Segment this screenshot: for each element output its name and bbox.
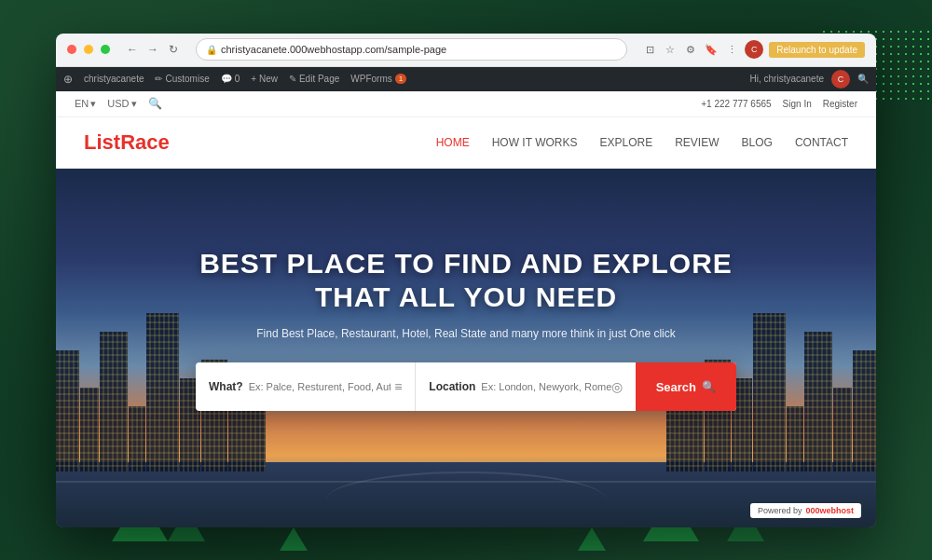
bookmark-icon[interactable]: 🔖	[704, 42, 719, 57]
reload-button[interactable]: ↻	[166, 42, 181, 57]
wpforms-badge: 1	[395, 74, 406, 84]
search-button-label: Search	[656, 380, 696, 394]
wp-wpforms[interactable]: WPForms 1	[350, 74, 406, 84]
browser-navigation: ← → ↻	[125, 42, 181, 57]
filter-list-icon[interactable]: ≡	[394, 379, 402, 394]
wp-logo-item[interactable]: ⊕	[63, 73, 73, 86]
utility-left: EN ▾ USD ▾ 🔍	[75, 97, 162, 110]
powered-by-label: Powered by	[758, 506, 802, 515]
building	[853, 350, 876, 471]
edit-label: Edit Page	[299, 74, 339, 84]
utility-right: +1 222 777 6565 Sign In Register	[701, 99, 857, 109]
wp-customise[interactable]: ✏ Customise	[155, 74, 209, 84]
triangle-decoration	[578, 527, 606, 551]
language-selector[interactable]: EN ▾	[75, 98, 96, 110]
url-bar[interactable]: 🔒 christyacanete.000webhostapp.com/sampl…	[196, 38, 627, 61]
customise-label: Customise	[165, 74, 209, 84]
new-label: + New	[251, 74, 278, 84]
what-input[interactable]	[249, 381, 391, 392]
search-icon[interactable]: 🔍	[148, 97, 162, 110]
site-logo[interactable]: ListRace	[84, 130, 170, 155]
browser-actions: ⊡ ☆ ⚙ 🔖 ⋮ C Relaunch to update	[642, 40, 865, 59]
comment-icon: 💬	[221, 74, 232, 84]
wp-search[interactable]: 🔍	[857, 74, 869, 84]
location-input[interactable]	[481, 381, 610, 392]
wp-new[interactable]: + New	[251, 74, 278, 84]
hero-title: BEST PLACE TO FIND AND EXPLORE THAT ALL …	[196, 247, 736, 314]
nav-link-explore[interactable]: EXPLORE	[599, 136, 652, 149]
wp-avatar[interactable]: C	[831, 70, 850, 89]
sign-in-link[interactable]: Sign In	[783, 99, 812, 109]
building	[804, 332, 832, 471]
main-nav-links: HOME HOW IT WORKS EXPLORE REVIEW BLOG CO…	[436, 136, 848, 149]
triangle-decoration	[280, 527, 308, 551]
nav-link-blog[interactable]: BLOG	[742, 136, 773, 149]
building	[80, 388, 99, 471]
phone-number: +1 222 777 6565	[701, 99, 771, 109]
wpforms-label: WPForms	[350, 74, 391, 84]
lang-chevron-icon: ▾	[90, 98, 96, 110]
relaunch-button[interactable]: Relaunch to update	[769, 42, 865, 58]
building	[753, 313, 786, 471]
building	[100, 332, 128, 471]
browser-chrome: ← → ↻ 🔒 christyacanete.000webhostapp.com…	[56, 34, 876, 67]
powered-by-brand: 000webhost	[805, 506, 854, 515]
forward-button[interactable]: →	[145, 42, 160, 57]
building	[56, 350, 79, 471]
maximize-button[interactable]	[101, 45, 110, 54]
currency-selector[interactable]: USD ▾	[107, 98, 136, 110]
hero-content: BEST PLACE TO FIND AND EXPLORE THAT ALL …	[177, 228, 755, 430]
browser-window: ← → ↻ 🔒 christyacanete.000webhostapp.com…	[56, 34, 876, 527]
building	[146, 313, 179, 471]
logo-accent: Race	[120, 130, 170, 154]
nav-link-how-it-works[interactable]: HOW IT WORKS	[492, 136, 578, 149]
back-button[interactable]: ←	[125, 42, 140, 57]
search-what-section: What? ≡	[196, 362, 416, 411]
hero-title-line1: BEST PLACE TO FIND AND EXPLORE	[199, 248, 733, 279]
nav-link-home[interactable]: HOME	[436, 136, 470, 149]
nav-link-contact[interactable]: CONTACT	[795, 136, 848, 149]
search-bar: What? ≡ Location ◎ Search 🔍	[196, 362, 736, 411]
hero-section: BEST PLACE TO FIND AND EXPLORE THAT ALL …	[56, 169, 876, 527]
what-label: What?	[209, 380, 243, 393]
wp-edit-page[interactable]: ✎ Edit Page	[289, 74, 339, 84]
building	[787, 406, 803, 471]
edit-icon: ✎	[289, 74, 296, 84]
search-location-section: Location ◎	[416, 362, 635, 411]
search-button[interactable]: Search 🔍	[636, 362, 736, 411]
utility-bar: EN ▾ USD ▾ 🔍 +1 222 777 6565 Sign In Reg…	[56, 91, 876, 117]
wp-comments[interactable]: 💬 0	[221, 74, 240, 84]
road-curve	[326, 471, 606, 527]
wp-site-name[interactable]: christyacanete	[84, 74, 144, 84]
close-button[interactable]	[67, 45, 76, 54]
wp-greeting: Hi, christyacanete	[750, 74, 824, 84]
search-button-icon: 🔍	[702, 380, 716, 393]
building	[833, 388, 852, 471]
main-nav: ListRace HOME HOW IT WORKS EXPLORE REVIE…	[56, 117, 876, 169]
puzzle-icon[interactable]: ⚙	[683, 42, 698, 57]
wp-site-label: christyacanete	[84, 74, 144, 84]
location-label: Location	[429, 380, 475, 393]
nav-link-review[interactable]: REVIEW	[675, 136, 719, 149]
currency-chevron-icon: ▾	[131, 98, 137, 110]
lock-icon: 🔒	[206, 45, 217, 55]
wp-admin-bar: ⊕ christyacanete ✏ Customise 💬 0 + New ✎…	[56, 67, 876, 91]
url-text: christyacanete.000webhostapp.com/sample-…	[221, 44, 446, 55]
customise-icon: ✏	[155, 74, 162, 84]
building	[129, 406, 145, 471]
star-icon[interactable]: ☆	[663, 42, 678, 57]
wordpress-icon: ⊕	[63, 73, 73, 86]
site-content: EN ▾ USD ▾ 🔍 +1 222 777 6565 Sign In Reg…	[56, 91, 876, 527]
comment-count: 0	[235, 74, 240, 84]
powered-by-badge: Powered by 000webhost	[750, 503, 861, 518]
language-label: EN	[75, 98, 89, 109]
register-link[interactable]: Register	[823, 99, 857, 109]
minimize-button[interactable]	[84, 45, 93, 54]
hero-subtitle: Find Best Place, Restaurant, Hotel, Real…	[196, 327, 736, 340]
cast-icon[interactable]: ⊡	[642, 42, 657, 57]
wp-admin-right: Hi, christyacanete C 🔍	[750, 70, 869, 89]
gps-icon[interactable]: ◎	[611, 379, 623, 394]
hero-title-line2: THAT ALL YOU NEED	[315, 281, 617, 312]
profile-avatar[interactable]: C	[745, 40, 763, 59]
menu-icon[interactable]: ⋮	[724, 42, 739, 57]
